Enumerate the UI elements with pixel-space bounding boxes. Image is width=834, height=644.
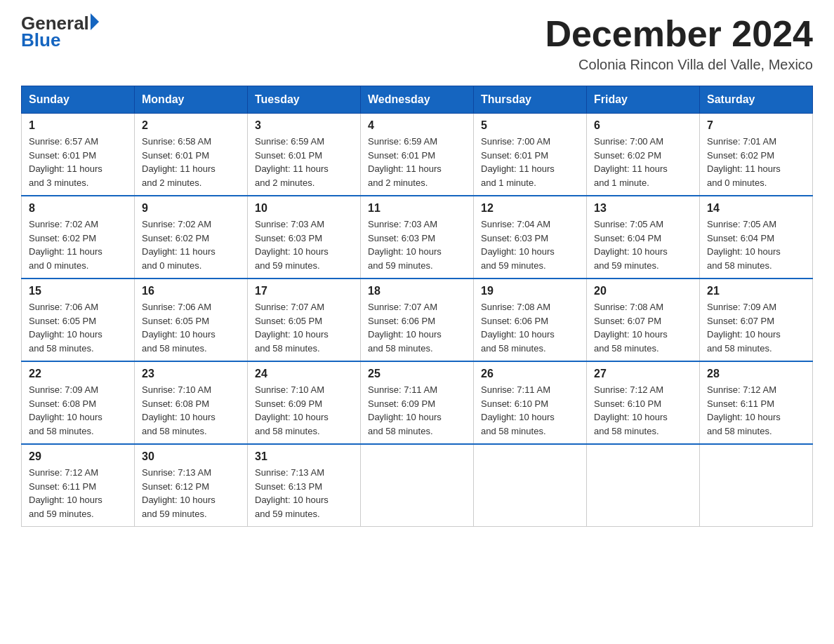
day-info: Sunrise: 7:06 AM Sunset: 6:05 PM Dayligh… bbox=[142, 300, 240, 355]
day-info: Sunrise: 6:58 AM Sunset: 6:01 PM Dayligh… bbox=[142, 135, 240, 189]
cell-week1-day5: 6Sunrise: 7:00 AM Sunset: 6:02 PM Daylig… bbox=[587, 114, 700, 196]
cell-week4-day5: 27Sunrise: 7:12 AM Sunset: 6:10 PM Dayli… bbox=[587, 361, 700, 444]
cell-week3-day0: 15Sunrise: 7:06 AM Sunset: 6:05 PM Dayli… bbox=[22, 279, 135, 361]
day-info: Sunrise: 7:10 AM Sunset: 6:09 PM Dayligh… bbox=[255, 383, 353, 438]
day-number: 31 bbox=[255, 450, 353, 463]
day-number: 5 bbox=[481, 119, 579, 132]
cell-week5-day2: 31Sunrise: 7:13 AM Sunset: 6:13 PM Dayli… bbox=[248, 444, 361, 527]
day-number: 28 bbox=[707, 368, 805, 380]
week-row-4: 22Sunrise: 7:09 AM Sunset: 6:08 PM Dayli… bbox=[22, 361, 813, 444]
day-number: 16 bbox=[142, 285, 240, 297]
week-row-5: 29Sunrise: 7:12 AM Sunset: 6:11 PM Dayli… bbox=[22, 444, 813, 527]
day-number: 26 bbox=[481, 368, 579, 380]
week-row-1: 1Sunrise: 6:57 AM Sunset: 6:01 PM Daylig… bbox=[22, 114, 813, 196]
day-info: Sunrise: 7:12 AM Sunset: 6:11 PM Dayligh… bbox=[707, 383, 805, 438]
day-info: Sunrise: 7:01 AM Sunset: 6:02 PM Dayligh… bbox=[707, 135, 805, 189]
cell-week4-day0: 22Sunrise: 7:09 AM Sunset: 6:08 PM Dayli… bbox=[22, 361, 135, 444]
day-info: Sunrise: 7:10 AM Sunset: 6:08 PM Dayligh… bbox=[142, 383, 240, 438]
day-info: Sunrise: 7:07 AM Sunset: 6:06 PM Dayligh… bbox=[368, 300, 466, 355]
day-info: Sunrise: 7:03 AM Sunset: 6:03 PM Dayligh… bbox=[255, 217, 353, 272]
day-number: 3 bbox=[255, 119, 353, 132]
header-tuesday: Tuesday bbox=[248, 86, 361, 114]
day-info: Sunrise: 7:00 AM Sunset: 6:01 PM Dayligh… bbox=[481, 135, 579, 189]
day-info: Sunrise: 6:59 AM Sunset: 6:01 PM Dayligh… bbox=[368, 135, 466, 189]
day-number: 30 bbox=[142, 450, 240, 463]
cell-week4-day1: 23Sunrise: 7:10 AM Sunset: 6:08 PM Dayli… bbox=[135, 361, 248, 444]
cell-week1-day0: 1Sunrise: 6:57 AM Sunset: 6:01 PM Daylig… bbox=[22, 114, 135, 196]
cell-week1-day3: 4Sunrise: 6:59 AM Sunset: 6:01 PM Daylig… bbox=[361, 114, 474, 196]
cell-week2-day1: 9Sunrise: 7:02 AM Sunset: 6:02 PM Daylig… bbox=[135, 196, 248, 279]
day-number: 15 bbox=[29, 285, 127, 297]
header-sunday: Sunday bbox=[22, 86, 135, 114]
day-info: Sunrise: 7:07 AM Sunset: 6:05 PM Dayligh… bbox=[255, 300, 353, 355]
day-number: 20 bbox=[594, 285, 692, 297]
day-number: 18 bbox=[368, 285, 466, 297]
page-header: General Blue December 2024 Colonia Rinco… bbox=[21, 14, 813, 73]
day-info: Sunrise: 7:05 AM Sunset: 6:04 PM Dayligh… bbox=[594, 217, 692, 272]
day-number: 1 bbox=[29, 119, 127, 132]
title-block: December 2024 Colonia Rincon Villa del V… bbox=[545, 14, 813, 73]
cell-week5-day3 bbox=[361, 444, 474, 527]
header-wednesday: Wednesday bbox=[361, 86, 474, 114]
cell-week2-day6: 14Sunrise: 7:05 AM Sunset: 6:04 PM Dayli… bbox=[700, 196, 813, 279]
logo: General Blue bbox=[21, 14, 99, 49]
cell-week3-day6: 21Sunrise: 7:09 AM Sunset: 6:07 PM Dayli… bbox=[700, 279, 813, 361]
day-number: 8 bbox=[29, 202, 127, 215]
location: Colonia Rincon Villa del Valle, Mexico bbox=[545, 57, 813, 73]
day-info: Sunrise: 7:08 AM Sunset: 6:07 PM Dayligh… bbox=[594, 300, 692, 355]
day-number: 9 bbox=[142, 202, 240, 215]
header-friday: Friday bbox=[587, 86, 700, 114]
cell-week5-day6 bbox=[700, 444, 813, 527]
cell-week1-day1: 2Sunrise: 6:58 AM Sunset: 6:01 PM Daylig… bbox=[135, 114, 248, 196]
cell-week3-day3: 18Sunrise: 7:07 AM Sunset: 6:06 PM Dayli… bbox=[361, 279, 474, 361]
day-number: 11 bbox=[368, 202, 466, 215]
day-number: 14 bbox=[707, 202, 805, 215]
cell-week3-day5: 20Sunrise: 7:08 AM Sunset: 6:07 PM Dayli… bbox=[587, 279, 700, 361]
day-info: Sunrise: 7:13 AM Sunset: 6:13 PM Dayligh… bbox=[255, 466, 353, 521]
cell-week5-day0: 29Sunrise: 7:12 AM Sunset: 6:11 PM Dayli… bbox=[22, 444, 135, 527]
day-info: Sunrise: 7:03 AM Sunset: 6:03 PM Dayligh… bbox=[368, 217, 466, 272]
header-row: Sunday Monday Tuesday Wednesday Thursday… bbox=[22, 86, 813, 114]
day-info: Sunrise: 6:59 AM Sunset: 6:01 PM Dayligh… bbox=[255, 135, 353, 189]
cell-week2-day2: 10Sunrise: 7:03 AM Sunset: 6:03 PM Dayli… bbox=[248, 196, 361, 279]
cell-week2-day0: 8Sunrise: 7:02 AM Sunset: 6:02 PM Daylig… bbox=[22, 196, 135, 279]
cell-week3-day1: 16Sunrise: 7:06 AM Sunset: 6:05 PM Dayli… bbox=[135, 279, 248, 361]
day-number: 25 bbox=[368, 368, 466, 380]
logo-arrow-icon bbox=[91, 13, 99, 30]
cell-week4-day2: 24Sunrise: 7:10 AM Sunset: 6:09 PM Dayli… bbox=[248, 361, 361, 444]
day-info: Sunrise: 7:12 AM Sunset: 6:10 PM Dayligh… bbox=[594, 383, 692, 438]
day-info: Sunrise: 7:09 AM Sunset: 6:07 PM Dayligh… bbox=[707, 300, 805, 355]
day-info: Sunrise: 7:05 AM Sunset: 6:04 PM Dayligh… bbox=[707, 217, 805, 272]
day-number: 12 bbox=[481, 202, 579, 215]
week-row-3: 15Sunrise: 7:06 AM Sunset: 6:05 PM Dayli… bbox=[22, 279, 813, 361]
day-number: 27 bbox=[594, 368, 692, 380]
day-number: 7 bbox=[707, 119, 805, 132]
week-row-2: 8Sunrise: 7:02 AM Sunset: 6:02 PM Daylig… bbox=[22, 196, 813, 279]
day-number: 17 bbox=[255, 285, 353, 297]
day-info: Sunrise: 7:06 AM Sunset: 6:05 PM Dayligh… bbox=[29, 300, 127, 355]
day-number: 22 bbox=[29, 368, 127, 380]
logo-text-blue: Blue bbox=[21, 31, 60, 49]
day-info: Sunrise: 6:57 AM Sunset: 6:01 PM Dayligh… bbox=[29, 135, 127, 189]
day-info: Sunrise: 7:08 AM Sunset: 6:06 PM Dayligh… bbox=[481, 300, 579, 355]
cell-week2-day4: 12Sunrise: 7:04 AM Sunset: 6:03 PM Dayli… bbox=[474, 196, 587, 279]
day-info: Sunrise: 7:11 AM Sunset: 6:09 PM Dayligh… bbox=[368, 383, 466, 438]
day-info: Sunrise: 7:13 AM Sunset: 6:12 PM Dayligh… bbox=[142, 466, 240, 521]
day-number: 29 bbox=[29, 450, 127, 463]
logo-icon: General Blue bbox=[21, 14, 99, 49]
day-info: Sunrise: 7:04 AM Sunset: 6:03 PM Dayligh… bbox=[481, 217, 579, 272]
day-info: Sunrise: 7:12 AM Sunset: 6:11 PM Dayligh… bbox=[29, 466, 127, 521]
cell-week3-day2: 17Sunrise: 7:07 AM Sunset: 6:05 PM Dayli… bbox=[248, 279, 361, 361]
cell-week2-day3: 11Sunrise: 7:03 AM Sunset: 6:03 PM Dayli… bbox=[361, 196, 474, 279]
cell-week1-day6: 7Sunrise: 7:01 AM Sunset: 6:02 PM Daylig… bbox=[700, 114, 813, 196]
day-info: Sunrise: 7:02 AM Sunset: 6:02 PM Dayligh… bbox=[29, 217, 127, 272]
day-number: 13 bbox=[594, 202, 692, 215]
cell-week3-day4: 19Sunrise: 7:08 AM Sunset: 6:06 PM Dayli… bbox=[474, 279, 587, 361]
cell-week4-day6: 28Sunrise: 7:12 AM Sunset: 6:11 PM Dayli… bbox=[700, 361, 813, 444]
day-number: 21 bbox=[707, 285, 805, 297]
cell-week4-day4: 26Sunrise: 7:11 AM Sunset: 6:10 PM Dayli… bbox=[474, 361, 587, 444]
day-info: Sunrise: 7:02 AM Sunset: 6:02 PM Dayligh… bbox=[142, 217, 240, 272]
cell-week5-day4 bbox=[474, 444, 587, 527]
day-info: Sunrise: 7:11 AM Sunset: 6:10 PM Dayligh… bbox=[481, 383, 579, 438]
calendar-table: Sunday Monday Tuesday Wednesday Thursday… bbox=[21, 86, 813, 527]
